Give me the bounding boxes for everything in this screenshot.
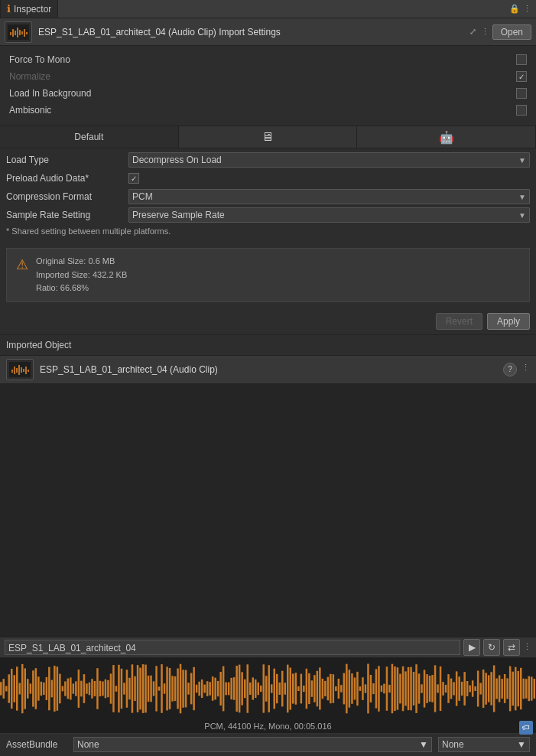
normalize-row: Normalize xyxy=(9,69,527,84)
load-type-dropdown[interactable]: Decompress On Load ▼ xyxy=(128,152,530,168)
lock-icon[interactable]: 🔒 xyxy=(509,4,520,14)
svg-rect-43 xyxy=(64,681,67,696)
svg-rect-139 xyxy=(322,679,324,699)
svg-rect-114 xyxy=(255,679,257,698)
svg-rect-112 xyxy=(249,683,252,695)
import-settings-title: ESP_S1_LAB_01_architect_04 (Audio Clip) … xyxy=(38,27,469,37)
svg-rect-217 xyxy=(531,676,533,700)
svg-rect-47 xyxy=(75,681,77,696)
svg-rect-120 xyxy=(271,684,273,692)
svg-rect-200 xyxy=(485,673,487,705)
sample-rate-value: Preserve Sample Rate ▼ xyxy=(128,207,530,223)
force-to-mono-checkbox[interactable] xyxy=(516,54,527,65)
preload-audio-checkbox[interactable] xyxy=(128,173,139,184)
ratio-value: 66.68% xyxy=(60,283,89,292)
header-menu-icon[interactable]: ⋮ xyxy=(481,27,489,37)
svg-rect-196 xyxy=(474,686,476,691)
svg-rect-58 xyxy=(105,679,107,699)
revert-button[interactable]: Revert xyxy=(436,313,482,330)
svg-rect-145 xyxy=(338,679,340,699)
imported-size-row: Imported Size: 432.2 KB xyxy=(36,269,127,282)
svg-rect-164 xyxy=(388,685,391,692)
compression-format-dropdown[interactable]: PCM ▼ xyxy=(128,189,530,204)
svg-rect-129 xyxy=(295,673,297,705)
load-in-background-checkbox[interactable] xyxy=(516,88,527,99)
platform-tab-desktop[interactable]: 🖥 xyxy=(179,126,358,148)
svg-rect-127 xyxy=(290,667,292,709)
original-size-row: Original Size: 0.6 MB xyxy=(36,255,127,269)
sample-rate-dropdown-arrow: ▼ xyxy=(518,211,526,220)
svg-rect-144 xyxy=(335,686,337,691)
svg-rect-115 xyxy=(258,683,260,695)
svg-rect-117 xyxy=(263,664,265,712)
svg-rect-152 xyxy=(356,672,359,705)
svg-rect-94 xyxy=(201,679,203,698)
svg-rect-19 xyxy=(0,682,2,695)
svg-rect-215 xyxy=(525,679,528,699)
svg-rect-141 xyxy=(327,676,330,700)
sample-rate-dropdown[interactable]: Preserve Sample Rate ▼ xyxy=(128,207,530,223)
svg-rect-22 xyxy=(8,674,11,702)
expand-icon[interactable]: ⤢ xyxy=(469,27,476,37)
ratio-label: Ratio: xyxy=(36,283,58,292)
svg-rect-118 xyxy=(265,676,268,702)
asset-bundle-dropdown-2[interactable]: None ▼ xyxy=(438,737,530,752)
svg-rect-67 xyxy=(128,678,131,699)
force-settings-section: Force To Mono Normalize Load In Backgrou… xyxy=(0,46,536,126)
preload-audio-label: Preload Audio Data* xyxy=(6,173,128,184)
svg-rect-216 xyxy=(528,676,531,701)
item-menu-icon[interactable]: ⋮ xyxy=(521,363,530,376)
svg-rect-33 xyxy=(37,676,40,700)
svg-rect-137 xyxy=(317,671,319,707)
svg-rect-142 xyxy=(330,674,332,703)
svg-rect-211 xyxy=(515,666,517,710)
svg-rect-39 xyxy=(54,666,56,712)
svg-rect-160 xyxy=(378,666,380,712)
asset-bundle-dropdown-1[interactable]: None ▼ xyxy=(73,737,432,752)
svg-rect-49 xyxy=(80,680,83,696)
original-size-value: 0.6 MB xyxy=(88,256,115,266)
svg-rect-149 xyxy=(349,670,351,708)
svg-rect-53 xyxy=(91,679,93,699)
force-to-mono-row: Force To Mono xyxy=(9,52,527,67)
shared-note: * Shared setting between multiple platfo… xyxy=(6,225,530,239)
svg-rect-155 xyxy=(365,684,367,692)
compression-format-row: Compression Format PCM ▼ xyxy=(6,188,530,205)
svg-rect-151 xyxy=(354,677,356,699)
svg-rect-131 xyxy=(300,673,303,703)
inspector-tab[interactable]: ℹ Inspector xyxy=(0,0,58,18)
help-icon[interactable]: ? xyxy=(503,363,517,376)
svg-rect-96 xyxy=(206,681,209,696)
imported-item-action-icons: ? ⋮ xyxy=(503,363,530,376)
svg-rect-98 xyxy=(212,676,214,701)
ambisonic-label: Ambisonic xyxy=(9,105,516,116)
svg-rect-188 xyxy=(453,682,455,695)
audio-menu-icon[interactable]: ⋮ xyxy=(523,642,531,652)
force-to-mono-label: Force To Mono xyxy=(9,54,516,65)
svg-rect-121 xyxy=(274,668,276,709)
svg-rect-41 xyxy=(59,673,61,703)
ambisonic-checkbox[interactable] xyxy=(516,105,527,116)
platform-tab-default[interactable]: Default xyxy=(0,126,179,148)
tag-icon[interactable]: 🏷 xyxy=(519,721,533,735)
normalize-checkbox[interactable] xyxy=(516,71,527,82)
ambisonic-row: Ambisonic xyxy=(9,103,527,118)
loop-button[interactable]: ↻ xyxy=(483,639,500,656)
svg-rect-34 xyxy=(41,682,43,696)
svg-rect-113 xyxy=(252,677,255,699)
svg-rect-63 xyxy=(118,665,120,712)
imported-item-audio-icon xyxy=(6,359,34,380)
preload-audio-row: Preload Audio Data* xyxy=(6,170,530,187)
waveform-area xyxy=(0,384,536,637)
load-in-background-label: Load In Background xyxy=(9,88,516,99)
svg-rect-180 xyxy=(431,675,434,702)
imported-size-label: Imported Size: xyxy=(36,270,90,279)
apply-button[interactable]: Apply xyxy=(487,313,530,330)
svg-rect-181 xyxy=(434,665,437,712)
open-button[interactable]: Open xyxy=(492,24,531,40)
svg-rect-29 xyxy=(27,679,29,699)
repeat-button[interactable]: ⇄ xyxy=(503,639,520,656)
platform-tab-android[interactable]: 🤖 xyxy=(357,126,536,148)
tab-menu-icon[interactable]: ⋮ xyxy=(523,4,531,14)
play-button[interactable]: ▶ xyxy=(463,639,480,656)
